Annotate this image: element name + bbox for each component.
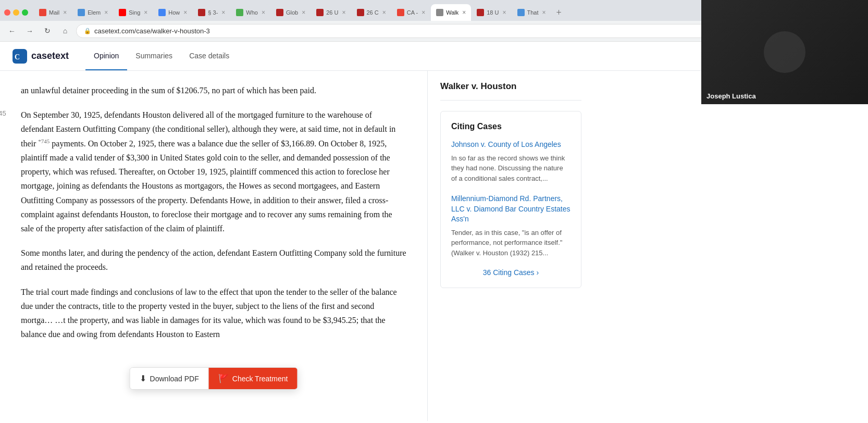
tab-sing[interactable]: Sing × xyxy=(114,4,153,21)
tab-label-lii26u: 26 U xyxy=(326,9,338,16)
tab-close-lii18u[interactable]: × xyxy=(503,9,506,16)
header-nav: Opinion Summaries Case details xyxy=(85,42,238,70)
tab-label-that: That xyxy=(527,9,539,16)
floating-toolbar: ⬇ Download PDF 🚩 Check Treatment xyxy=(130,367,298,390)
tab-glob[interactable]: Glob × xyxy=(271,4,311,21)
para-text-p3: Some months later, and during the penden… xyxy=(21,248,406,271)
tab-close-that[interactable]: × xyxy=(542,9,546,16)
paragraph-p1: an unlawful detainer proceeding in the s… xyxy=(21,83,406,97)
tab-that[interactable]: That × xyxy=(512,4,551,21)
tab-close-who[interactable]: × xyxy=(262,9,265,16)
tab-favicon-lii26u xyxy=(316,9,324,16)
address-bar[interactable]: 🔒 casetext.com/case/walker-v-houston-3 xyxy=(76,24,784,38)
tab-close-mail[interactable]: × xyxy=(63,9,67,16)
tab-label-lii18u: 18 U xyxy=(487,9,499,16)
tab-close-how[interactable]: × xyxy=(183,9,187,16)
content-area[interactable]: an unlawful detainer proceeding in the s… xyxy=(0,71,427,421)
citing-case-link-johnson[interactable]: Johnson v. County of Los Angeles xyxy=(451,140,571,150)
nav-summaries[interactable]: Summaries xyxy=(127,42,181,70)
tab-close-lii26c[interactable]: × xyxy=(382,9,386,16)
tab-label-lii3: § 3- xyxy=(208,9,218,16)
address-text: casetext.com/case/walker-v-houston-3 xyxy=(94,27,210,35)
para-text-after: payments. On October 2, 1925, there was … xyxy=(21,139,392,233)
tab-favicon-walk xyxy=(436,9,443,16)
tab-favicon-lii3 xyxy=(198,9,205,16)
para-text-p4: The trial court made findings and conclu… xyxy=(21,288,397,339)
tab-elem[interactable]: Elem × xyxy=(72,4,113,21)
citing-cases-arrow-icon: › xyxy=(537,268,539,277)
new-tab-button[interactable]: + xyxy=(552,5,566,20)
back-button[interactable]: ← xyxy=(5,24,19,38)
tab-favicon-elem xyxy=(78,9,85,16)
logo-text[interactable]: casetext xyxy=(31,51,69,61)
tab-walk[interactable]: Walk × xyxy=(431,4,471,21)
citing-case-excerpt-millennium: Tender, as in this case, "is an offer of… xyxy=(451,228,571,258)
paragraph-p4: The trial court made findings and conclu… xyxy=(21,285,406,342)
logo-area: C casetext xyxy=(13,49,69,64)
reload-button[interactable]: ↻ xyxy=(41,24,54,38)
tab-favicon-that xyxy=(517,9,525,16)
tab-lii3[interactable]: § 3- × xyxy=(193,4,230,21)
svg-text:C: C xyxy=(15,53,20,61)
tab-how[interactable]: How × xyxy=(153,4,192,21)
citing-case-link-millennium[interactable]: Millennium-Diamond Rd. Partners, LLC v. … xyxy=(451,194,571,225)
tab-mail[interactable]: Mail × xyxy=(34,4,72,21)
tab-label-how: How xyxy=(168,9,180,16)
tab-close-lii3[interactable]: × xyxy=(221,9,225,16)
minimize-window-btn[interactable] xyxy=(13,9,19,16)
tab-lii26c[interactable]: 26 C × xyxy=(352,4,391,21)
tab-label-sing: Sing xyxy=(129,9,140,16)
inline-ref-p2: *745 xyxy=(38,138,49,144)
citing-case-item-johnson: Johnson v. County of Los Angeles In so f… xyxy=(451,140,571,183)
check-treatment-button[interactable]: 🚩 Check Treatment xyxy=(209,368,297,389)
citing-cases-more-link[interactable]: 36 Citing Cases › xyxy=(483,268,539,277)
close-window-btn[interactable] xyxy=(4,9,10,16)
citing-case-item-millennium: Millennium-Diamond Rd. Partners, LLC v. … xyxy=(451,194,571,258)
margin-note-p2: 745 xyxy=(0,108,6,119)
tab-close-walk[interactable]: × xyxy=(462,9,466,16)
tab-label-elem: Elem xyxy=(88,9,101,16)
citing-cases-list: Johnson v. County of Los Angeles In so f… xyxy=(451,140,571,258)
tab-label-walk: Walk xyxy=(446,9,458,16)
tab-label-mail: Mail xyxy=(49,9,59,16)
tab-label-lii26c: 26 C xyxy=(367,9,379,16)
webcam-feed xyxy=(701,0,868,104)
tab-ca[interactable]: CA - × xyxy=(392,4,430,21)
forward-button[interactable]: → xyxy=(23,24,36,38)
download-icon: ⬇ xyxy=(140,374,146,383)
tab-close-sing[interactable]: × xyxy=(144,9,147,16)
download-pdf-button[interactable]: ⬇ Download PDF xyxy=(130,368,209,389)
tab-who[interactable]: Who × xyxy=(231,4,270,21)
tab-lii18u[interactable]: 18 U × xyxy=(472,4,511,21)
home-button[interactable]: ⌂ xyxy=(58,24,72,38)
paragraph-p3: Some months later, and during the penden… xyxy=(21,246,406,274)
maximize-window-btn[interactable] xyxy=(22,9,28,16)
citing-cases-footer: 36 Citing Cases › xyxy=(451,268,571,277)
tab-favicon-mail xyxy=(39,9,46,16)
para-text-p1: an unlawful detainer proceeding in the s… xyxy=(21,86,316,95)
tab-label-ca: CA - xyxy=(407,9,418,16)
tab-close-ca[interactable]: × xyxy=(421,9,425,16)
nav-case-details[interactable]: Case details xyxy=(181,42,238,70)
sidebar-divider xyxy=(440,100,581,101)
citing-cases-title: Citing Cases xyxy=(451,122,571,131)
nav-opinion[interactable]: Opinion xyxy=(85,42,127,70)
tab-favicon-glob xyxy=(276,9,283,16)
tab-label-glob: Glob xyxy=(286,9,298,16)
case-text: an unlawful detainer proceeding in the s… xyxy=(21,83,406,341)
main-layout: an unlawful detainer proceeding in the s… xyxy=(0,71,868,421)
check-treatment-label: Check Treatment xyxy=(232,375,288,383)
tab-close-lii26u[interactable]: × xyxy=(342,9,345,16)
tab-close-elem[interactable]: × xyxy=(104,9,108,16)
tab-close-glob[interactable]: × xyxy=(302,9,305,16)
check-treatment-icon: 🚩 xyxy=(218,374,229,383)
window-controls xyxy=(4,9,28,16)
tab-list: Mail × Elem × Sing × How × § 3- × Who × … xyxy=(34,4,551,21)
tab-label-who: Who xyxy=(246,9,258,16)
tab-favicon-lii26c xyxy=(357,9,364,16)
tab-lii26u[interactable]: 26 U × xyxy=(311,4,351,21)
tab-favicon-sing xyxy=(119,9,126,16)
webcam-overlay: Joseph Lustica xyxy=(701,0,868,104)
citing-cases-more-label: 36 Citing Cases xyxy=(483,268,535,277)
tab-favicon-who xyxy=(236,9,243,16)
